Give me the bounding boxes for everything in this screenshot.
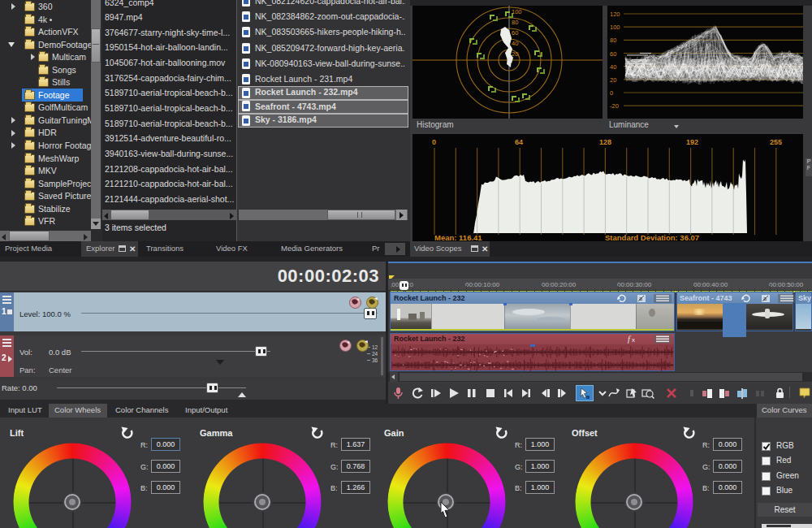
svg-text:60: 60 bbox=[610, 50, 616, 58]
svg-text:0: 0 bbox=[432, 138, 436, 146]
svg-text:40: 40 bbox=[610, 63, 616, 71]
svg-text:20: 20 bbox=[610, 76, 616, 84]
svg-text:a: a bbox=[639, 296, 642, 301]
svg-text:Standard Deviation: 36.07: Standard Deviation: 36.07 bbox=[605, 233, 699, 241]
svg-text:100: 100 bbox=[610, 24, 620, 31]
svg-text:60: 60 bbox=[512, 29, 518, 37]
svg-text:192: 192 bbox=[686, 138, 698, 146]
svg-text:x: x bbox=[632, 336, 635, 344]
svg-text:80: 80 bbox=[610, 37, 616, 44]
svg-text:20: 20 bbox=[512, 50, 518, 58]
svg-text:120: 120 bbox=[610, 11, 620, 18]
svg-text:a: a bbox=[763, 296, 767, 301]
svg-text:40: 40 bbox=[512, 40, 518, 47]
svg-text:0: 0 bbox=[610, 89, 613, 97]
svg-text:-20: -20 bbox=[610, 102, 619, 110]
svg-text:Mean: 116.41: Mean: 116.41 bbox=[434, 233, 482, 241]
svg-text:128: 128 bbox=[599, 138, 611, 146]
svg-text:255: 255 bbox=[770, 138, 782, 146]
svg-text:80: 80 bbox=[512, 19, 518, 26]
svg-text:64: 64 bbox=[515, 138, 523, 146]
svg-text:f: f bbox=[628, 335, 631, 344]
